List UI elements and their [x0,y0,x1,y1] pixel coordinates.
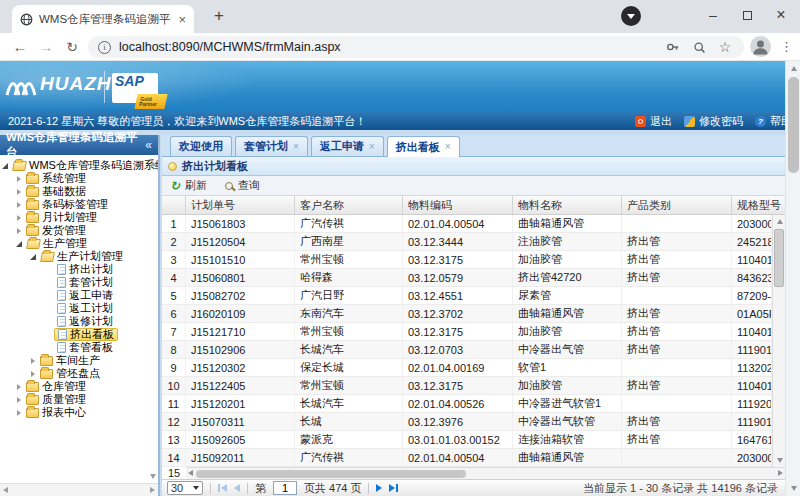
grid-horizontal-scrollbar[interactable] [186,467,785,479]
tree-expand-arrow-icon[interactable] [17,397,21,403]
scrollbar-thumb[interactable] [788,77,799,173]
column-header-product-type[interactable]: 产品类别 [622,196,732,214]
table-row[interactable]: 6 J16020109 东南汽车 03.12.3702 曲轴箱通风管 挤出管 0… [162,305,772,323]
content-tab-bar: 欢迎使用 套管计划 × 返工申请 × 挤出看板 [162,135,785,157]
tree-scroll-down-icon[interactable] [150,474,156,479]
tree-expand-arrow-icon[interactable] [31,371,35,377]
reload-button[interactable]: ↻ [60,33,84,60]
content-tab[interactable]: 套管计划 × [235,136,308,156]
scroll-right-icon[interactable] [150,487,155,493]
column-header-spec[interactable]: 规格型号 [732,196,785,214]
column-header-plan-no[interactable]: 计划单号 [186,196,295,214]
logout-button[interactable]: 退出 [635,114,672,129]
tab-close-icon[interactable]: × [445,142,451,152]
browser-menu-icon[interactable]: ⋮ [780,33,793,60]
table-row[interactable]: 12 J15070311 长城 03.12.3976 中冷器出气软管 挤出管 1… [162,413,772,431]
window-maximize-button[interactable] [732,0,762,30]
tab-close-icon[interactable]: × [178,13,186,26]
record-summary: 当前显示 1 - 30 条记录 共 14196 条记录 [583,481,780,496]
tree-expand-arrow-icon[interactable] [17,384,21,390]
scrollbar-thumb[interactable] [196,470,466,478]
next-page-button[interactable] [376,484,382,492]
column-header-customer[interactable]: 客户名称 [295,196,403,214]
sidebar-collapse-icon[interactable]: « [145,138,152,152]
url-text[interactable]: localhost:8090/MCHWMS/frmMain.aspx [119,40,656,54]
tab-close-icon[interactable]: × [369,142,375,152]
content-tab[interactable]: 挤出看板 × [387,136,460,157]
tree-expand-arrow-icon[interactable] [17,410,21,416]
tree-node-icon [40,252,55,262]
column-header-material-code[interactable]: 物料编码 [403,196,513,214]
table-row[interactable]: 14 J15092011 广汽传祺 02.01.04.00504 曲轴箱通风管 … [162,449,772,467]
search-button[interactable]: 查询 [225,178,260,193]
refresh-icon [170,180,180,192]
cell-product-type: 挤出管 [622,233,732,250]
window-close-button[interactable]: × [766,0,796,30]
scroll-left-icon[interactable] [3,487,8,493]
browser-tab-strip: WMS仓库管理条码追溯平台 × + – × [0,0,800,33]
column-header[interactable] [162,196,186,214]
password-key-icon[interactable] [664,40,682,54]
grid-vertical-scrollbar[interactable] [772,215,785,467]
column-header-material-name[interactable]: 物料名称 [513,196,622,214]
tree-expand-arrow-icon[interactable] [17,189,21,195]
cell-row-number: 14 [162,449,186,466]
window-minimize-button[interactable]: – [698,0,728,30]
first-page-button[interactable] [218,484,227,492]
profile-avatar[interactable] [750,36,771,57]
tree-expand-arrow-icon[interactable] [2,163,8,169]
bookmark-star-icon[interactable]: ☆ [716,39,734,55]
change-password-button[interactable]: 修改密码 [684,114,743,129]
cell-customer: 蒙派克 [295,431,403,448]
table-row[interactable]: 1 J15061803 广汽传祺 02.01.04.00504 曲轴箱通风管 2… [162,215,772,233]
page-size-select[interactable]: 30 [167,481,203,495]
site-info-icon[interactable]: i [98,41,111,54]
cell-material-code: 03.12.3175 [403,251,513,268]
browser-tab[interactable]: WMS仓库管理条码追溯平台 × [12,5,194,33]
scroll-down-icon[interactable] [786,481,800,496]
url-omnibox[interactable]: i localhost:8090/MCHWMS/frmMain.aspx ☆ [88,36,744,58]
new-tab-button[interactable]: + [206,3,232,29]
scroll-down-icon[interactable] [773,454,785,467]
table-row[interactable]: 8 J15102906 长城汽车 03.12.0703 中冷器出气管 挤出管 1… [162,341,772,359]
tree-expand-arrow-icon[interactable] [30,254,36,260]
scroll-up-icon[interactable] [773,215,785,228]
table-row[interactable]: 3 J15101510 常州宝顿 03.12.3175 加油胶管 挤出管 110… [162,251,772,269]
page-number-input[interactable] [273,481,297,495]
table-row[interactable]: 7 J15121710 常州宝顿 03.12.3175 加油胶管 挤出管 110… [162,323,772,341]
tree-expand-arrow-icon[interactable] [17,228,21,234]
content-tab[interactable]: 欢迎使用 [170,136,232,156]
prev-page-button[interactable] [234,484,240,492]
tree-item[interactable]: 报表中心 [0,406,158,419]
table-row[interactable]: 11 J15120201 长城汽车 02.01.04.00526 中冷器进气软管… [162,395,772,413]
download-indicator-icon[interactable] [621,6,641,26]
tree-expand-arrow-icon[interactable] [31,358,35,364]
table-row[interactable]: 2 J15120504 广西南星 03.12.3444 注油胶管 挤出管 245… [162,233,772,251]
last-page-button[interactable] [389,484,398,492]
zoom-icon[interactable] [690,41,708,54]
tree-expand-arrow-icon[interactable] [16,241,22,247]
back-button[interactable]: ← [8,33,32,60]
cell-customer: 东南汽车 [295,305,403,322]
tab-close-icon[interactable]: × [293,142,299,152]
cell-material-code: 02.01.04.00504 [403,449,513,466]
scroll-right-icon[interactable] [778,470,783,476]
refresh-button[interactable]: 刷新 [170,178,207,193]
tree-expand-arrow-icon[interactable] [17,215,21,221]
table-row[interactable]: 4 J15060801 哈得森 03.12.0579 挤出管42720 挤出管 … [162,269,772,287]
tree-expand-arrow-icon[interactable] [17,202,21,208]
table-row[interactable]: 13 J15092605 蒙派克 03.01.01.03.00152 连接油箱软… [162,431,772,449]
cell-material-name: 加油胶管 [513,251,622,268]
table-row[interactable]: 10 J15122405 常州宝顿 03.12.3175 加油胶管 挤出管 11… [162,377,772,395]
forward-button[interactable]: → [34,33,58,60]
content-tab[interactable]: 返工申请 × [311,136,384,156]
table-row[interactable]: 5 J15082702 广汽日野 03.12.4551 尿素管 87209-H5… [162,287,772,305]
table-row[interactable]: 9 J15120302 保定长城 02.01.04.00169 软管1 1132… [162,359,772,377]
tree-scroll-up-icon[interactable] [150,161,156,166]
page-vertical-scrollbar[interactable] [785,61,800,496]
scrollbar-thumb[interactable] [774,229,784,287]
scroll-left-icon[interactable] [188,470,193,476]
tree-expand-arrow-icon[interactable] [17,176,21,182]
sidebar-horizontal-scrollbar[interactable] [0,483,158,496]
scroll-up-icon[interactable] [786,61,800,76]
